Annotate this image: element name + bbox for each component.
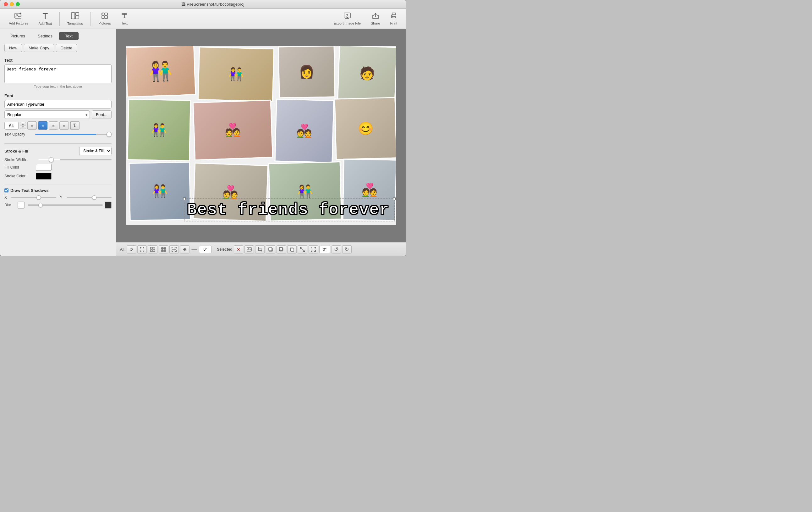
draw-shadows-checkbox[interactable]	[4, 188, 8, 192]
font-size-up[interactable]: ▲	[20, 122, 26, 126]
font-select[interactable]: American Typewriter	[4, 100, 112, 108]
rotate-ccw-button[interactable]: ↺	[331, 245, 341, 253]
fit-button[interactable]	[169, 245, 179, 253]
bottom-toolbar: All ↺	[116, 242, 406, 256]
add-pictures-button[interactable]: Add Pictures	[5, 10, 32, 27]
sidebar: Pictures Settings Text New Make Copy Del…	[0, 29, 116, 256]
collage-canvas[interactable]: 👫 👫 👩 🧑 👫	[126, 46, 396, 225]
collage-photo-3[interactable]: 👩	[278, 46, 336, 99]
rotate-input[interactable]	[199, 246, 211, 253]
collage-photo-2[interactable]: 👫	[198, 47, 274, 102]
font-size-stepper: ▲ ▼	[20, 122, 26, 129]
font-size-down[interactable]: ▼	[20, 126, 26, 129]
svg-rect-24	[150, 250, 152, 251]
resize-button[interactable]	[298, 245, 307, 253]
align-center-button[interactable]: ≡	[38, 122, 48, 130]
collage-photo-5[interactable]: 👫	[127, 99, 191, 161]
minimize-button[interactable]	[10, 2, 14, 6]
collage-photo-9[interactable]: 👫	[128, 162, 191, 221]
fit-to-cell-button[interactable]	[309, 245, 318, 253]
window-title: 🖼 PileScreenshot.turbocollageproj	[24, 2, 402, 7]
svg-point-21	[392, 16, 393, 16]
svg-rect-28	[164, 247, 166, 248]
collage-photo-8[interactable]: 😊	[334, 97, 396, 160]
shadow-y-slider[interactable]	[67, 197, 112, 198]
canvas-wrapper[interactable]: 👫 👫 👩 🧑 👫	[116, 29, 406, 242]
delete-selected-button[interactable]: ✕	[234, 245, 243, 253]
main-toolbar: Add Pictures T Add Text Templates	[0, 9, 406, 29]
shadow-x-slider[interactable]	[11, 197, 56, 198]
canvas-text[interactable]: Best friends forever	[184, 199, 395, 221]
text-filter-button[interactable]: Text	[117, 10, 132, 27]
print-button[interactable]: Print	[386, 10, 401, 27]
opacity-label: Text Opacity	[4, 132, 33, 136]
stroke-color-swatch[interactable]	[36, 173, 52, 180]
collage-photo-6[interactable]: 💑	[193, 100, 273, 161]
selected-image-button[interactable]	[244, 245, 254, 253]
grid-2x2-button[interactable]	[148, 245, 157, 253]
duplicate-button[interactable]	[266, 245, 275, 253]
center-button[interactable]	[180, 245, 190, 253]
tab-text[interactable]: Text	[59, 32, 79, 40]
print-icon	[390, 12, 397, 21]
new-button[interactable]: New	[4, 44, 22, 52]
opacity-slider[interactable]	[35, 134, 112, 135]
delete-button[interactable]: Delete	[56, 44, 77, 52]
tab-pictures[interactable]: Pictures	[4, 32, 31, 40]
blur-swatch	[18, 201, 25, 209]
svg-rect-29	[161, 249, 163, 250]
add-text-button[interactable]: T Add Text	[35, 10, 56, 27]
add-pictures-label: Add Pictures	[9, 21, 28, 25]
stroke-fill-select[interactable]: Stroke & Fill Stroke Only Fill Only	[79, 147, 112, 155]
text-input[interactable]: Best friends forever	[4, 64, 112, 83]
photo-silhouette-4: 🧑	[338, 46, 396, 101]
collage-photo-7[interactable]: 💑	[274, 99, 334, 163]
collage-photo-1[interactable]: 👫	[126, 46, 196, 98]
handle-tl[interactable]	[183, 197, 186, 200]
svg-rect-27	[163, 247, 164, 248]
make-copy-button[interactable]: Make Copy	[24, 44, 54, 52]
stroke-fill-label: Stroke & Fill	[4, 149, 28, 154]
rotate-cw-button[interactable]: ↻	[342, 245, 352, 253]
crop-button[interactable]	[255, 245, 265, 253]
maximize-button[interactable]	[16, 2, 20, 6]
shadow-y-group: Y	[60, 195, 112, 200]
fill-color-label: Fill Color	[4, 165, 36, 169]
close-button[interactable]	[4, 2, 8, 6]
photo-silhouette-7: 💑	[275, 100, 333, 162]
tab-settings[interactable]: Settings	[32, 32, 58, 40]
grid-3x3-button[interactable]	[159, 245, 168, 253]
photo-silhouette-6: 💑	[194, 101, 272, 159]
draw-shadows-row: Draw Text Shadows	[4, 188, 112, 193]
collage-photo-4[interactable]: 🧑	[337, 46, 396, 102]
align-left-button[interactable]: ≡	[27, 122, 37, 130]
font-button[interactable]: Font...	[92, 110, 112, 119]
stroke-width-slider[interactable]	[38, 159, 112, 160]
bring-forward-button[interactable]	[277, 245, 286, 253]
export-icon	[344, 12, 351, 21]
fill-color-swatch[interactable]	[36, 164, 52, 171]
pictures-filter-button[interactable]: Pictures	[94, 10, 115, 27]
blur-swatch-right	[105, 201, 112, 209]
expand-button[interactable]	[137, 245, 147, 253]
toolbar-separator-2	[90, 12, 91, 26]
font-style-select[interactable]: Regular Bold Italic	[4, 110, 90, 119]
send-backward-button[interactable]	[287, 245, 297, 253]
font-size-input[interactable]	[4, 122, 19, 130]
blur-slider[interactable]	[28, 205, 103, 206]
svg-rect-9	[102, 16, 104, 19]
rotate-reset-button[interactable]: ↺	[127, 245, 136, 253]
text-style-button[interactable]: T	[70, 122, 80, 130]
share-button[interactable]: Share	[367, 10, 384, 27]
selected-rotate-input[interactable]	[319, 246, 330, 253]
align-justify-button[interactable]: ≡	[59, 122, 69, 130]
handle-tr[interactable]	[393, 197, 396, 200]
text-selection-box[interactable]: Best friends forever	[184, 198, 395, 221]
export-button[interactable]: Export Image File	[330, 10, 365, 27]
align-right-button[interactable]: ≡	[49, 122, 58, 130]
svg-rect-4	[71, 12, 75, 19]
add-text-label: Add Text	[38, 22, 52, 25]
svg-rect-22	[150, 247, 152, 249]
templates-button[interactable]: Templates	[63, 10, 87, 27]
shadow-xy-row: X Y	[4, 195, 112, 200]
